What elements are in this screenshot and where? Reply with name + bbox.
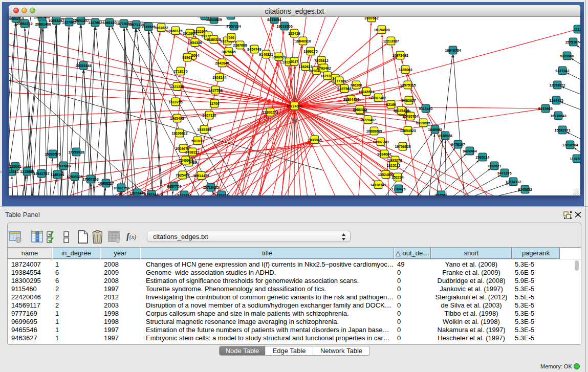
svg-text:1362615: 1362615: [298, 65, 312, 69]
svg-text:1054336: 1054336: [188, 41, 202, 45]
svg-text:16210643: 16210643: [550, 114, 566, 118]
svg-text:21300273: 21300273: [262, 111, 278, 114]
svg-text:8454749: 8454749: [247, 48, 261, 51]
svg-text:98961: 98961: [182, 56, 192, 59]
svg-text:12975115: 12975115: [400, 83, 416, 87]
svg-text:21364436: 21364436: [343, 98, 359, 101]
svg-text:16640910: 16640910: [295, 39, 311, 43]
svg-text:1167533: 1167533: [570, 157, 580, 161]
svg-text:19218506: 19218506: [276, 25, 292, 28]
svg-text:7625402: 7625402: [176, 173, 189, 177]
svg-text:1327602: 1327602: [88, 21, 102, 25]
svg-text:9115460: 9115460: [419, 107, 433, 111]
svg-text:12213987: 12213987: [383, 39, 399, 43]
svg-text:9463627: 9463627: [402, 99, 416, 102]
svg-text:6497568: 6497568: [337, 87, 351, 91]
svg-text:9146821: 9146821: [259, 53, 273, 56]
svg-text:9329966: 9329966: [560, 54, 574, 58]
svg-text:9474444: 9474444: [463, 149, 476, 153]
svg-text:7632621: 7632621: [487, 164, 501, 168]
svg-text:10025418: 10025418: [393, 109, 409, 113]
svg-text:12942737: 12942737: [33, 172, 49, 176]
svg-text:8813054: 8813054: [267, 18, 281, 21]
svg-text:20691406: 20691406: [35, 23, 51, 26]
svg-text:12505135: 12505135: [67, 175, 82, 179]
svg-text:15751074: 15751074: [565, 40, 580, 44]
svg-text:1240994: 1240994: [179, 159, 192, 162]
svg-text:746266: 746266: [350, 83, 362, 87]
svg-text:7485003: 7485003: [398, 68, 412, 72]
svg-text:8471676: 8471676: [497, 171, 511, 175]
svg-text:10688609: 10688609: [366, 129, 382, 133]
svg-text:16245514: 16245514: [358, 90, 374, 94]
svg-text:10653257: 10653257: [73, 19, 89, 23]
svg-text:12923446: 12923446: [129, 191, 145, 195]
svg-text:7986322: 7986322: [353, 108, 366, 112]
svg-text:2842845: 2842845: [215, 61, 229, 65]
svg-text:2367608: 2367608: [233, 43, 247, 47]
svg-text:1215685: 1215685: [20, 170, 34, 173]
svg-text:1588520: 1588520: [272, 55, 286, 59]
svg-text:15720407: 15720407: [360, 118, 376, 122]
svg-text:1244415: 1244415: [549, 99, 563, 102]
svg-text:1965498: 1965498: [170, 117, 184, 120]
svg-text:3186328: 3186328: [207, 38, 221, 41]
svg-text:2803144: 2803144: [212, 76, 226, 79]
svg-text:12093872: 12093872: [549, 83, 565, 87]
svg-text:7663822: 7663822: [154, 26, 168, 30]
svg-text:20206570: 20206570: [45, 152, 60, 156]
svg-text:8498222: 8498222: [185, 150, 199, 154]
svg-text:20553712: 20553712: [16, 22, 32, 26]
svg-text:924561: 924561: [435, 193, 447, 195]
svg-text:885001: 885001: [9, 165, 21, 168]
svg-text:18724007: 18724007: [287, 104, 302, 108]
svg-text:1535359: 1535359: [197, 128, 211, 132]
svg-text:2037: 2037: [290, 60, 298, 63]
svg-text:1112: 1112: [574, 28, 580, 31]
svg-text:546: 546: [228, 36, 234, 39]
svg-text:2087662: 2087662: [364, 17, 378, 20]
svg-text:7955812: 7955812: [314, 59, 328, 62]
svg-text:19756928: 19756928: [395, 145, 410, 148]
svg-text:17359938: 17359938: [68, 150, 84, 154]
svg-text:7557224: 7557224: [227, 25, 241, 28]
svg-text:3215955: 3215955: [538, 107, 552, 111]
svg-text:20691406: 20691406: [34, 17, 50, 19]
svg-text:62160: 62160: [386, 103, 396, 106]
svg-text:14136141: 14136141: [370, 183, 386, 187]
svg-text:587833: 587833: [191, 139, 203, 143]
svg-text:6793402: 6793402: [317, 67, 331, 70]
svg-text:17957253: 17957253: [82, 178, 98, 181]
svg-text:28053346: 28053346: [75, 64, 91, 68]
svg-text:1145194: 1145194: [51, 173, 64, 177]
svg-text:16154808: 16154808: [374, 28, 389, 32]
svg-text:1221338: 1221338: [170, 85, 184, 89]
svg-text:2935114: 2935114: [476, 156, 490, 159]
svg-text:15692971: 15692971: [554, 128, 570, 132]
svg-text:9777169: 9777169: [332, 79, 346, 83]
svg-text:1640953: 1640953: [428, 128, 442, 132]
svg-text:10654112: 10654112: [506, 180, 521, 184]
svg-text:18907249: 18907249: [373, 140, 388, 144]
svg-text:10973493: 10973493: [392, 54, 408, 57]
svg-text:1733426: 1733426: [214, 193, 228, 195]
svg-text:8122334: 8122334: [177, 193, 191, 195]
svg-text:8813054: 8813054: [224, 17, 237, 17]
svg-text:19106822: 19106822: [171, 132, 187, 135]
svg-text:1733426: 1733426: [391, 187, 405, 191]
svg-text:1065325: 1065325: [198, 17, 211, 18]
svg-text:1292344: 1292344: [144, 193, 158, 195]
svg-text:1696175: 1696175: [303, 50, 317, 53]
svg-text:7515526: 7515526: [141, 25, 155, 29]
svg-text:9227342: 9227342: [555, 69, 569, 73]
svg-text:6479197: 6479197: [451, 143, 465, 146]
svg-text:6466160: 6466160: [102, 21, 116, 25]
svg-text:2718170: 2718170: [173, 70, 187, 73]
svg-text:15716485: 15716485: [203, 186, 219, 189]
svg-text:9245652: 9245652: [518, 188, 532, 191]
svg-text:11700: 11700: [209, 102, 219, 105]
svg-text:3427552: 3427552: [208, 89, 222, 92]
svg-text:9657774: 9657774: [167, 185, 181, 188]
svg-text:125419: 125419: [288, 32, 300, 35]
svg-text:6699695: 6699695: [416, 121, 430, 125]
